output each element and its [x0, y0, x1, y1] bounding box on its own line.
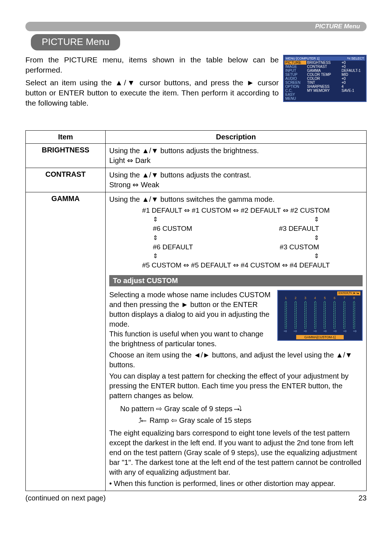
eq-bar: [324, 301, 326, 329]
osd-mid-item: COLOR: [306, 77, 341, 81]
eq-num: 2: [295, 296, 297, 300]
table-row: CONTRAST Using the ▲/▼ buttons adjusts t…: [26, 168, 367, 192]
cycle-bot: #5 CUSTOM ⇔ #5 DEFAULT ⇔ #4 CUSTOM ⇔ #4 …: [109, 261, 363, 270]
eq-bar: [314, 301, 316, 329]
updown-icon: ⇕: [314, 215, 319, 224]
osd-left-item: IMAGE: [285, 65, 306, 69]
osd-mid-item: BRIGHTNESS: [306, 61, 341, 65]
osd-right-item: +0: [341, 81, 365, 85]
osd-left-item: SETUP: [285, 73, 306, 77]
updown-icon: ⇕: [314, 252, 319, 261]
table-row: BRIGHTNESS Using the ▲/▼ buttons adjusts…: [26, 143, 367, 168]
updown-icon: ⇕: [153, 234, 158, 242]
desc-para: The eight equalizing bars correspond to …: [109, 428, 363, 477]
eq-title: GAMMA[CUSTOM-1]: [296, 335, 344, 339]
osd-left-item: INPUT: [285, 69, 306, 73]
custom-subheader: To adjust CUSTOM: [109, 275, 363, 286]
osd-screenshot: MENU [COMPUTER 1] ⮀:SELECT PICTUREBRIGHT…: [283, 55, 367, 102]
eq-val: +0: [353, 330, 356, 334]
osd-right-item: DEFAULT-1: [341, 69, 365, 73]
page-title: PICTURE Menu: [31, 34, 120, 50]
desc-para: Selecting a mode whose name includes CUS…: [109, 290, 272, 329]
osd-right-item: 4: [341, 85, 365, 89]
osd-left-item: PICTURE: [285, 61, 306, 65]
osd-mid-item: TINT: [306, 81, 341, 85]
updown-icon: ⇕: [153, 252, 158, 261]
cycle-mid: #6 CUSTOM: [153, 224, 192, 234]
eq-bar: [285, 301, 287, 329]
desc-para: • When this function is performed, lines…: [109, 479, 363, 488]
table-row: GAMMA Using the ▲/▼ buttons switches the…: [26, 192, 367, 491]
gamma-cycle-diagram: #1 DEFAULT ⇔ #1 CUSTOM ⇔ #2 DEFAULT ⇔ #2…: [109, 206, 363, 270]
updown-icon: ⇕: [314, 234, 319, 242]
item-description: Using the ▲/▼ buttons adjusts the bright…: [106, 143, 367, 168]
page-footer: (continued on next page) 23: [25, 494, 367, 502]
pattern-line-2: Ramp ⇦ Gray scale of 15 steps: [150, 416, 251, 424]
settings-table: Item Description BRIGHTNESS Using the ▲/…: [25, 130, 367, 491]
eq-hint: ENTER,⮀:►=◼: [337, 291, 360, 295]
intro-section: From the PICTURE menu, items shown in th…: [25, 55, 367, 109]
item-description: Using the ▲/▼ buttons switches the gamma…: [106, 192, 367, 491]
gamma-custom-text: Selecting a mode whose name includes CUS…: [109, 290, 272, 349]
cycle-mid: #3 DEFAULT: [279, 224, 319, 234]
desc-line: Using the ▲/▼ buttons switches the gamma…: [109, 195, 363, 204]
osd-right-item: +0: [341, 61, 365, 65]
eq-bar: [295, 301, 297, 329]
intro-para-2: Select an item using the ▲/▼ cursor butt…: [25, 78, 279, 109]
eq-val: +0: [303, 330, 307, 334]
desc-para: Choose an item using the ◄/► buttons, an…: [109, 350, 363, 370]
eq-num: 6: [334, 296, 335, 300]
item-name: CONTRAST: [26, 168, 106, 192]
desc-line: Strong ⇔ Weak: [109, 180, 363, 190]
pattern-cycle: No pattern ⇨ Gray scale of 9 steps ⟶⤵ ⤴⟵…: [120, 403, 363, 426]
osd-select-label: ⮀:SELECT: [347, 57, 364, 60]
osd-mid-item: SHARPNESS: [306, 85, 341, 89]
document-page: PICTURE Menu PICTURE Menu From the PICTU…: [0, 0, 392, 556]
th-item: Item: [26, 130, 106, 143]
updown-icon: ⇕: [153, 215, 158, 224]
eq-val: +0: [333, 330, 336, 334]
desc-para: This function is useful when you want to…: [109, 329, 272, 349]
intro-text: From the PICTURE menu, items shown in th…: [25, 55, 279, 109]
osd-left-item: EASY MENU: [285, 93, 306, 101]
osd-mid-item: GAMMA: [306, 69, 341, 73]
osd-left-item: AUDIO: [285, 77, 306, 81]
desc-line: Using the ▲/▼ buttons adjusts the contra…: [109, 170, 363, 180]
eq-val: +0: [343, 330, 346, 334]
osd-left-item: SCREEN: [285, 81, 306, 85]
pattern-line-1: No pattern ⇨ Gray scale of 9 steps: [120, 405, 232, 413]
osd-mid-item: CONTRAST: [306, 65, 341, 69]
osd-right-item: +0: [341, 65, 365, 69]
intro-para-1: From the PICTURE menu, items shown in th…: [25, 55, 279, 75]
page-number: 23: [359, 494, 367, 502]
item-name: GAMMA: [26, 192, 106, 491]
eq-bar: [343, 301, 345, 329]
osd-right-item: SAVE-1: [341, 89, 365, 93]
equalizer-screenshot: ENTER,⮀:►=◼ 1 2 3 4 5 6 7 8: [277, 290, 363, 341]
cycle-top: #1 DEFAULT ⇔ #1 CUSTOM ⇔ #2 DEFAULT ⇔ #2…: [109, 206, 363, 216]
header-bar: PICTURE Menu: [25, 22, 367, 31]
cycle-mid: #6 DEFAULT: [153, 242, 193, 252]
arrow-up-icon: ⤴⟵: [138, 416, 150, 425]
eq-bar: [305, 301, 306, 329]
osd-left-item: OPTION: [285, 85, 306, 89]
eq-val: +0: [323, 330, 327, 334]
eq-val: +0: [283, 330, 287, 334]
eq-num: 1: [285, 296, 287, 300]
eq-num: 5: [324, 296, 326, 300]
osd-mid-item: MY MEMORY: [306, 89, 341, 93]
eq-bar: [353, 301, 355, 329]
desc-line: Using the ▲/▼ buttons adjusts the bright…: [109, 146, 363, 156]
th-description: Description: [106, 130, 367, 143]
header-bar-label: PICTURE Menu: [315, 23, 360, 30]
osd-mid-item: COLOR TEMP: [306, 73, 341, 77]
item-name: BRIGHTNESS: [26, 143, 106, 168]
osd-right-item: MID: [341, 73, 365, 77]
osd-menu-label: MENU [COMPUTER 1]: [286, 57, 319, 60]
eq-num: 3: [305, 296, 306, 300]
arrow-down-icon: ⟶⤵: [234, 404, 242, 413]
desc-para: You can display a test pattern for check…: [109, 371, 363, 401]
cycle-mid: #3 CUSTOM: [280, 242, 319, 252]
eq-num: 7: [343, 296, 345, 300]
eq-bar: [334, 301, 335, 329]
